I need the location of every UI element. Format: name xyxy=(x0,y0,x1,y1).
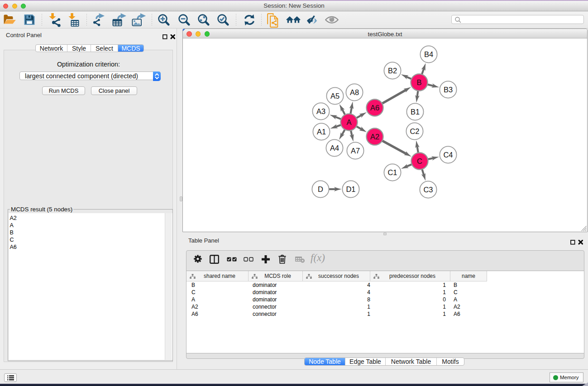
svg-text:B: B xyxy=(416,78,421,86)
svg-text:C1: C1 xyxy=(387,168,397,176)
svg-text:A7: A7 xyxy=(351,147,360,155)
svg-text:A: A xyxy=(346,118,351,126)
svg-text:B3: B3 xyxy=(444,86,453,94)
svg-text:D1: D1 xyxy=(346,185,355,193)
svg-text:C3: C3 xyxy=(423,186,433,194)
svg-text:A8: A8 xyxy=(350,88,359,96)
svg-text:C: C xyxy=(417,157,422,165)
svg-text:C4: C4 xyxy=(443,151,453,159)
svg-text:A4: A4 xyxy=(330,144,339,152)
svg-text:A3: A3 xyxy=(316,107,325,115)
svg-text:D: D xyxy=(318,185,323,193)
svg-text:C2: C2 xyxy=(410,127,419,135)
svg-text:B2: B2 xyxy=(388,67,397,75)
svg-text:B1: B1 xyxy=(411,108,420,116)
svg-text:A2: A2 xyxy=(370,133,379,141)
svg-text:A6: A6 xyxy=(370,104,379,112)
svg-text:A1: A1 xyxy=(317,128,326,136)
svg-text:B4: B4 xyxy=(424,50,433,58)
svg-text:A5: A5 xyxy=(330,92,339,100)
